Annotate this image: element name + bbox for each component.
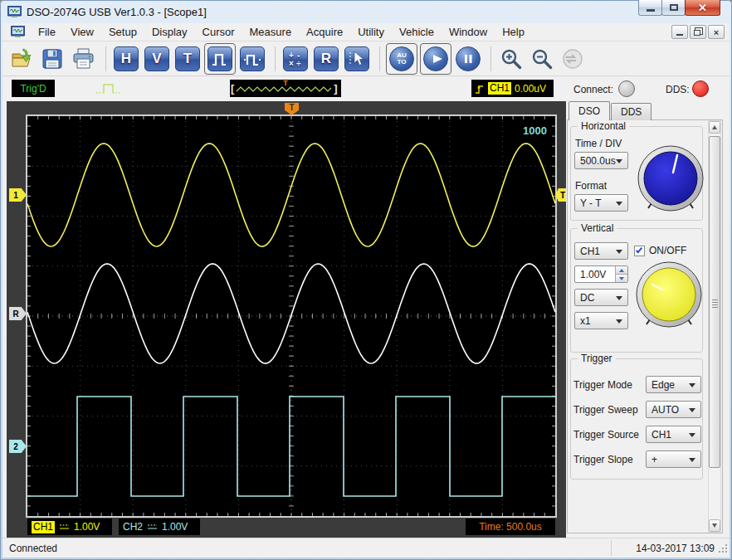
menu-vehicle[interactable]: Vehicle	[392, 23, 442, 41]
pause-button[interactable]	[454, 45, 482, 73]
trigger-settings-button[interactable]: T	[173, 45, 202, 73]
menu-view[interactable]: View	[63, 23, 101, 41]
panel-tabs: DSO DDS	[569, 101, 651, 120]
window-minimize-button[interactable]	[638, 0, 662, 16]
channel-onoff-checkbox[interactable]: ON/OFF	[634, 245, 686, 256]
scope-screen: 1000	[26, 114, 557, 518]
child-close-button[interactable]: ×	[708, 25, 725, 39]
timebase-value: Time: 500.0us	[479, 521, 542, 533]
menu-measure[interactable]: Measure	[242, 23, 300, 41]
ch1-position-marker[interactable]: 1	[9, 188, 27, 202]
horizontal-settings-button[interactable]: H	[112, 45, 140, 73]
dc-coupling-icon	[59, 523, 70, 531]
open-button[interactable]	[7, 45, 36, 73]
document-icon[interactable]	[11, 26, 25, 38]
probe-select[interactable]: x1	[574, 312, 628, 329]
chevron-down-icon	[616, 250, 622, 254]
spin-down-button[interactable]	[616, 274, 627, 282]
menu-help[interactable]: Help	[495, 23, 532, 41]
trigger-source-select[interactable]: CH1	[646, 426, 701, 443]
selected-outline: AUTO	[386, 43, 417, 75]
selected-outline	[420, 43, 451, 75]
arrow-up-icon	[712, 125, 717, 129]
vertical-position-knob[interactable]	[634, 260, 704, 332]
menu-window[interactable]: Window	[442, 23, 495, 41]
onoff-label: ON/OFF	[649, 245, 686, 256]
coupling-select[interactable]: DC	[574, 289, 628, 306]
chevron-down-icon	[616, 319, 622, 324]
pan-button[interactable]	[559, 45, 587, 73]
scrollbar-thumb[interactable]	[709, 136, 720, 468]
record-position-view[interactable]: T [ ]	[230, 80, 341, 97]
time-div-select[interactable]: 500.0us	[574, 152, 628, 169]
window-close-button[interactable]: ✕	[685, 0, 720, 16]
save-button[interactable]	[38, 45, 66, 73]
ch2-position-marker[interactable]: 2	[9, 440, 27, 453]
scroll-up-button[interactable]	[709, 121, 720, 134]
scope-display-area: 1000 1 R 2 T T CH1 1.00V CH2 1.00V	[7, 101, 566, 538]
arrow-down-icon	[712, 523, 717, 528]
chevron-down-icon	[616, 296, 622, 300]
minimize-icon	[676, 34, 683, 36]
menu-utility[interactable]: Utility	[350, 23, 392, 41]
zoom-in-button[interactable]	[497, 45, 525, 73]
app-icon	[7, 6, 22, 18]
panel-scrollbar[interactable]	[708, 120, 721, 533]
auto-setup-button[interactable]: AUTO	[388, 45, 416, 73]
menu-display[interactable]: Display	[144, 23, 195, 41]
tab-dso[interactable]: DSO	[569, 101, 610, 120]
zoom-out-button[interactable]	[528, 45, 556, 73]
ref-position-marker[interactable]: R	[9, 307, 27, 320]
volt-div-spinner[interactable]: 1.00V	[574, 265, 628, 283]
reference-button[interactable]: R	[312, 45, 340, 73]
window-maximize-button[interactable]	[661, 0, 686, 16]
tab-dds[interactable]: DDS	[611, 103, 651, 120]
toolbar-separator	[105, 46, 106, 71]
channel-select[interactable]: CH1	[574, 242, 628, 260]
ref-sine	[27, 264, 555, 363]
play-icon	[426, 49, 446, 69]
spin-up-button[interactable]	[616, 266, 627, 274]
resize-grip[interactable]	[718, 543, 729, 557]
trigger-slope-select[interactable]: +	[646, 450, 701, 468]
menu-cursor[interactable]: Cursor	[195, 23, 242, 41]
trigger-time-marker[interactable]: T	[285, 103, 299, 115]
connect-label: Connect:	[573, 84, 613, 95]
ch1-readout: CH1 1.00V	[27, 519, 112, 535]
datetime-section: 14-03-2017 13:09	[611, 540, 730, 556]
child-minimize-button[interactable]	[671, 25, 688, 39]
pointer-icon	[347, 49, 367, 69]
dual-pulse-button[interactable]	[238, 45, 266, 73]
single-pulse-button[interactable]	[206, 45, 234, 73]
vertical-settings-button[interactable]: V	[143, 45, 171, 73]
datetime-text: 14-03-2017 13:09	[636, 543, 715, 554]
menu-acquire[interactable]: Acquire	[299, 23, 350, 41]
chevron-down-icon	[689, 408, 695, 412]
menu-file[interactable]: File	[31, 23, 63, 41]
format-select[interactable]: Y - T	[574, 194, 628, 212]
connect-indicator	[618, 80, 635, 97]
child-restore-button[interactable]	[690, 25, 706, 39]
dc-coupling-icon	[147, 523, 158, 531]
svg-text:÷: ÷	[296, 59, 301, 68]
horizontal-position-knob[interactable]	[636, 144, 705, 216]
trigger-sweep-select[interactable]: AUTO	[646, 401, 701, 418]
scope-status-strip: Trig'D T [ ] CH1 0.00uV Connect: DDS:	[2, 76, 730, 101]
run-button[interactable]	[422, 45, 450, 73]
print-button[interactable]	[69, 45, 97, 73]
restore-icon	[694, 30, 700, 36]
cursor-measure-button[interactable]	[343, 45, 371, 73]
pulse-width-icon	[242, 49, 262, 69]
pulse-indicator-icon	[94, 80, 127, 100]
scroll-down-button[interactable]	[709, 519, 720, 532]
close-icon: ×	[714, 28, 719, 37]
trigger-group-title: Trigger	[578, 353, 616, 364]
trigger-mode-label: Trigger Mode	[573, 379, 632, 391]
app-window: DSO-2074G USB Ver1.0.3 - [Scope1] ✕ File…	[0, 0, 732, 560]
vertical-group-title: Vertical	[578, 222, 617, 234]
math-button[interactable]: +-×÷	[281, 45, 310, 73]
horizontal-group-title: Horizontal	[578, 120, 629, 132]
menu-setup[interactable]: Setup	[101, 23, 144, 41]
minimize-icon	[647, 9, 655, 12]
trigger-mode-select[interactable]: Edge	[646, 376, 701, 393]
